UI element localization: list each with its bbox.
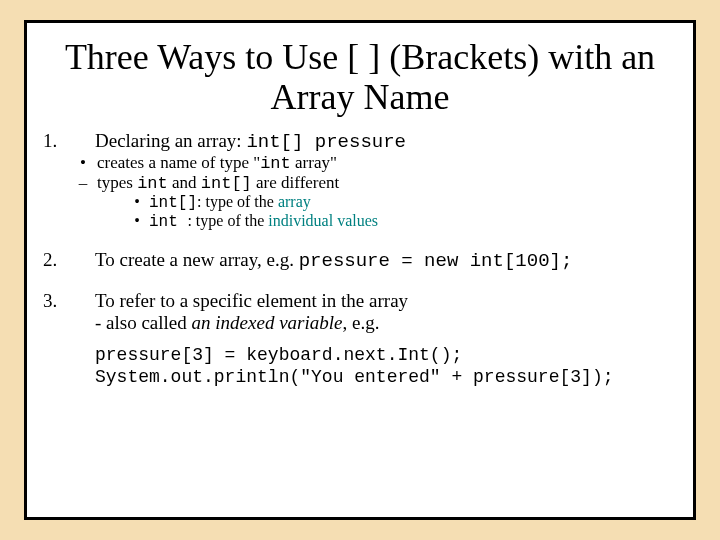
code: int bbox=[260, 154, 291, 173]
item-text: To create a new array, e.g. pressure = n… bbox=[95, 249, 677, 272]
dash-icon: – bbox=[69, 173, 97, 193]
text: - also called bbox=[95, 312, 192, 333]
text: are different bbox=[252, 173, 339, 192]
code: int bbox=[149, 213, 187, 231]
spacer bbox=[43, 272, 677, 290]
highlight-text: array bbox=[278, 193, 311, 210]
subitem: • creates a name of type "int array" bbox=[69, 153, 677, 173]
text: Declaring an array: bbox=[95, 130, 246, 151]
text: types bbox=[97, 173, 137, 192]
code: int[] bbox=[201, 174, 252, 193]
text: To create a new array, e.g. bbox=[95, 249, 299, 270]
bullet-icon: • bbox=[125, 212, 149, 231]
subitem: – types int and int[] are different bbox=[69, 173, 677, 193]
text: array" bbox=[291, 153, 337, 172]
list-item-3: 3. To refer to a specific element in the… bbox=[43, 290, 677, 334]
text: : type of the bbox=[197, 193, 278, 210]
text: To refer to a specific element in the ar… bbox=[95, 290, 677, 312]
page-title: Three Ways to Use [ ] (Brackets) with an… bbox=[43, 37, 677, 118]
code: int bbox=[137, 174, 168, 193]
subsubitem: • int : type of the individual values bbox=[125, 212, 677, 231]
item-number: 1. bbox=[43, 130, 95, 152]
code: pressure = new int[100]; bbox=[299, 250, 573, 272]
bullet-icon: • bbox=[69, 153, 97, 173]
text: , e.g. bbox=[342, 312, 379, 333]
code: int[] bbox=[149, 194, 197, 212]
text: creates a name of type " bbox=[97, 153, 260, 172]
list-item-1: 1. Declaring an array: int[] pressure bbox=[43, 130, 677, 153]
text: - also called an indexed variable, e.g. bbox=[95, 312, 677, 334]
list-item-2: 2. To create a new array, e.g. pressure … bbox=[43, 249, 677, 272]
slide: Three Ways to Use [ ] (Brackets) with an… bbox=[24, 20, 696, 520]
text: and bbox=[168, 173, 201, 192]
text: int[]: type of the array bbox=[149, 193, 311, 212]
item-text: Declaring an array: int[] pressure bbox=[95, 130, 677, 153]
item-number: 2. bbox=[43, 249, 95, 271]
text: creates a name of type "int array" bbox=[97, 153, 337, 173]
text: : type of the bbox=[187, 212, 268, 229]
code-line: pressure[3] = keyboard.next.Int(); bbox=[95, 344, 677, 367]
highlight-text: individual values bbox=[268, 212, 378, 229]
italic-text: an indexed variable bbox=[192, 312, 343, 333]
code-block: pressure[3] = keyboard.next.Int(); Syste… bbox=[95, 344, 677, 389]
bullet-icon: • bbox=[125, 193, 149, 212]
item-text: To refer to a specific element in the ar… bbox=[95, 290, 677, 334]
text: types int and int[] are different bbox=[97, 173, 339, 193]
text: int : type of the individual values bbox=[149, 212, 378, 231]
subsubitem: • int[]: type of the array bbox=[125, 193, 677, 212]
code-line: System.out.println("You entered" + press… bbox=[95, 366, 677, 389]
code: int[] pressure bbox=[246, 131, 406, 153]
spacer bbox=[43, 231, 677, 249]
item-number: 3. bbox=[43, 290, 95, 312]
